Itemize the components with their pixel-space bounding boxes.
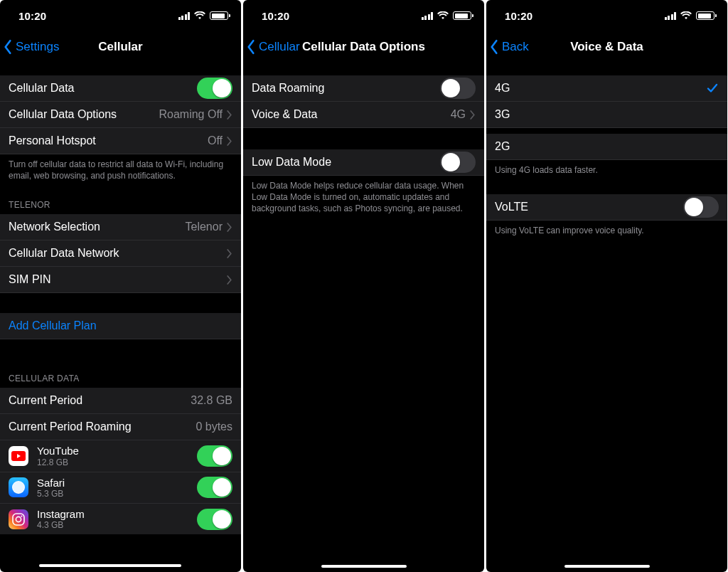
row-label: Personal Hotspot [9, 134, 208, 147]
row-value: Telenor [186, 221, 223, 233]
toggle-volte[interactable] [683, 196, 719, 218]
chevron-right-icon [470, 110, 476, 120]
row-value: 32.8 GB [191, 394, 232, 407]
chevron-right-icon [227, 249, 232, 258]
app-usage: 12.8 GB [37, 457, 197, 467]
status-icons [422, 11, 472, 20]
back-button[interactable]: Settings [3, 31, 59, 63]
wifi-icon [437, 11, 449, 20]
home-indicator[interactable] [321, 565, 407, 568]
status-time: 10:20 [505, 10, 532, 22]
svg-point-5 [21, 515, 22, 517]
toggle-app-youtube[interactable] [197, 445, 232, 467]
row-sim-pin[interactable]: SIM PIN [0, 267, 241, 293]
chevron-left-icon [489, 39, 499, 55]
settings-list: Cellular Data Cellular Data Options Roam… [0, 63, 241, 534]
home-indicator[interactable] [564, 565, 650, 568]
signal-icon [178, 12, 191, 20]
page-title: Voice & Data [570, 40, 643, 54]
row-cellular-data-network[interactable]: Cellular Data Network [0, 240, 241, 267]
toggle-cellular-data[interactable] [197, 78, 232, 99]
row-label: Add Cellular Plan [9, 319, 232, 332]
row-app-instagram[interactable]: Instagram 4.3 GB [0, 504, 241, 534]
row-network-selection[interactable]: Network Selection Telenor [0, 214, 241, 240]
row-add-cellular-plan[interactable]: Add Cellular Plan [0, 313, 241, 339]
row-cellular-data[interactable]: Cellular Data [0, 75, 241, 102]
wifi-icon [680, 11, 692, 20]
toggle-data-roaming[interactable] [440, 78, 476, 99]
row-label: Data Roaming [252, 82, 440, 95]
chevron-left-icon [3, 39, 13, 55]
footer-note: Turn off cellular data to restrict all d… [0, 154, 241, 184]
status-bar: 10:20 [0, 0, 241, 31]
row-label: Cellular Data Options [9, 108, 159, 121]
svg-point-2 [13, 482, 24, 493]
toggle-app-instagram[interactable] [197, 509, 232, 530]
status-icons [178, 11, 229, 20]
row-label: 2G [495, 140, 719, 153]
row-4g[interactable]: 4G [486, 75, 727, 102]
battery-icon [210, 11, 228, 20]
back-button[interactable]: Cellular [246, 31, 300, 63]
app-name: YouTube [37, 445, 197, 457]
row-label: SIM PIN [9, 273, 227, 286]
signal-icon [665, 12, 677, 20]
row-volte[interactable]: VoLTE [486, 194, 727, 221]
row-3g[interactable]: 3G [486, 102, 727, 128]
page-title: Cellular Data Options [302, 40, 425, 54]
row-current-period: Current Period 32.8 GB [0, 388, 241, 414]
app-usage: 4.3 GB [37, 520, 197, 530]
app-usage: 5.3 GB [37, 489, 197, 499]
row-label: Current Period [9, 394, 191, 407]
chevron-right-icon [227, 223, 232, 232]
row-cellular-data-options[interactable]: Cellular Data Options Roaming Off [0, 102, 241, 128]
instagram-icon [9, 509, 28, 529]
row-2g[interactable]: 2G [486, 134, 727, 160]
app-name: Safari [37, 477, 197, 489]
toggle-low-data-mode[interactable] [440, 152, 476, 173]
scroll-indicator [39, 564, 181, 567]
nav-bar: Back Voice & Data [486, 31, 727, 63]
row-low-data-mode[interactable]: Low Data Mode [243, 149, 484, 176]
toggle-app-safari[interactable] [197, 477, 232, 498]
row-app-safari[interactable]: Safari 5.3 GB [0, 472, 241, 504]
screen-cellular: 10:20 Settings Cellular Cellular Data Ce… [0, 0, 241, 572]
row-label: Low Data Mode [252, 156, 440, 169]
row-label: 3G [495, 108, 719, 121]
row-voice-and-data[interactable]: Voice & Data 4G [243, 102, 484, 128]
chevron-left-icon [246, 39, 256, 55]
row-app-youtube[interactable]: YouTube 12.8 GB [0, 440, 241, 472]
app-name: Instagram [37, 508, 197, 520]
status-bar: 10:20 [243, 0, 484, 31]
signal-icon [422, 12, 434, 20]
battery-icon [453, 11, 471, 20]
row-label: Voice & Data [252, 108, 451, 121]
chevron-right-icon [227, 275, 232, 285]
nav-bar: Settings Cellular [0, 31, 241, 63]
status-time: 10:20 [262, 10, 289, 22]
status-time: 10:20 [18, 10, 46, 22]
nav-bar: Cellular Cellular Data Options [243, 31, 484, 63]
wifi-icon [194, 11, 205, 20]
back-button[interactable]: Back [489, 31, 529, 63]
back-label: Back [502, 40, 529, 54]
page-title: Cellular [98, 40, 142, 54]
svg-rect-3 [13, 514, 24, 525]
settings-list: 4G 3G 2G Using 4G loads data faster. VoL… [486, 63, 727, 239]
back-label: Settings [16, 40, 59, 54]
row-label: 4G [495, 82, 706, 95]
footer-note: Using 4G loads data faster. [486, 160, 727, 179]
status-icons [665, 11, 715, 20]
row-value: 4G [451, 108, 466, 121]
row-current-period-roaming: Current Period Roaming 0 bytes [0, 414, 241, 440]
row-data-roaming[interactable]: Data Roaming [243, 75, 484, 102]
safari-icon [9, 477, 28, 497]
svg-point-4 [16, 517, 21, 521]
row-personal-hotspot[interactable]: Personal Hotspot Off [0, 128, 241, 154]
chevron-right-icon [227, 110, 232, 120]
row-label: VoLTE [495, 201, 683, 213]
group-header-carrier: Telenor [0, 184, 241, 214]
status-bar: 10:20 [486, 0, 727, 31]
row-value: Off [208, 134, 223, 147]
screen-cellular-data-options: 10:20 Cellular Cellular Data Options Dat… [243, 0, 484, 572]
